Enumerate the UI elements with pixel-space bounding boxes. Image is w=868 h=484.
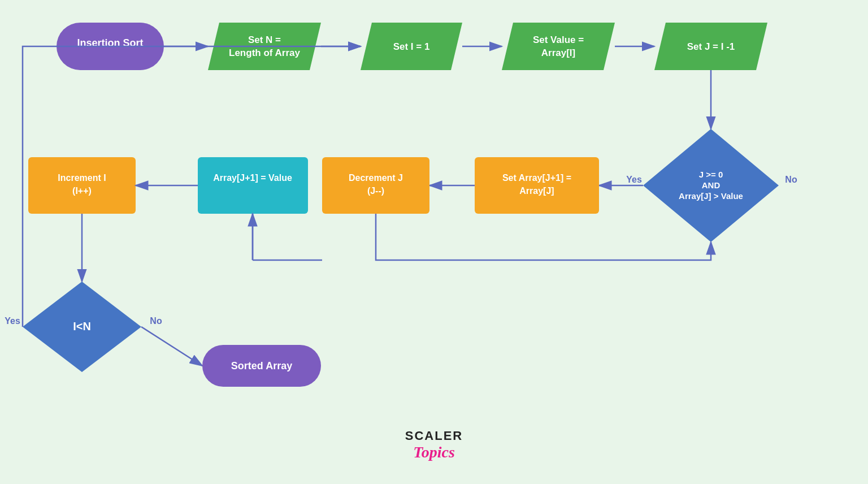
condition-j-label1: J >= 0	[699, 170, 723, 179]
condition-j-label2: AND	[702, 180, 721, 190]
yes-label-i: Yes	[5, 316, 20, 326]
yes-label-j: Yes	[626, 175, 642, 184]
set-j-label: Set J = I -1	[687, 41, 735, 52]
scaler-bottom-text: Topics	[405, 443, 463, 461]
decrement-j-label2: (J--)	[367, 186, 384, 196]
condition-i-label: I<N	[73, 320, 91, 332]
decrement-j-label1: Decrement J	[349, 173, 403, 183]
set-array-j1-node	[475, 157, 599, 214]
no-label-j: No	[785, 175, 797, 184]
svg-rect-0	[0, 0, 868, 484]
set-array-j1-label2: Array[J]	[519, 186, 554, 196]
decrement-j-node	[322, 157, 429, 214]
array-j1-value-node	[198, 157, 308, 214]
no-label-i: No	[150, 316, 162, 326]
sorted-array-label: Sorted Array	[231, 360, 292, 371]
increment-i-label1: Increment I	[58, 173, 106, 183]
increment-i-label2: (I++)	[72, 186, 92, 196]
scaler-logo: SCALER Topics	[405, 429, 463, 461]
set-value-label: Set Value =	[533, 34, 584, 45]
set-i-label: Set I = 1	[393, 41, 430, 52]
set-n-label: Set N =	[248, 34, 281, 45]
condition-j-label3: Array[J] > Value	[679, 191, 743, 201]
increment-i-node	[28, 157, 136, 214]
set-value-node	[502, 23, 615, 70]
scaler-top-text: SCALER	[405, 429, 463, 443]
set-n-label2: Length of Array	[229, 47, 300, 58]
set-value-label2: Array[I]	[541, 47, 575, 58]
set-array-j1-label1: Set Array[J+1] =	[502, 173, 571, 183]
array-j1-value-label1: Array[J+1] = Value	[213, 173, 292, 183]
